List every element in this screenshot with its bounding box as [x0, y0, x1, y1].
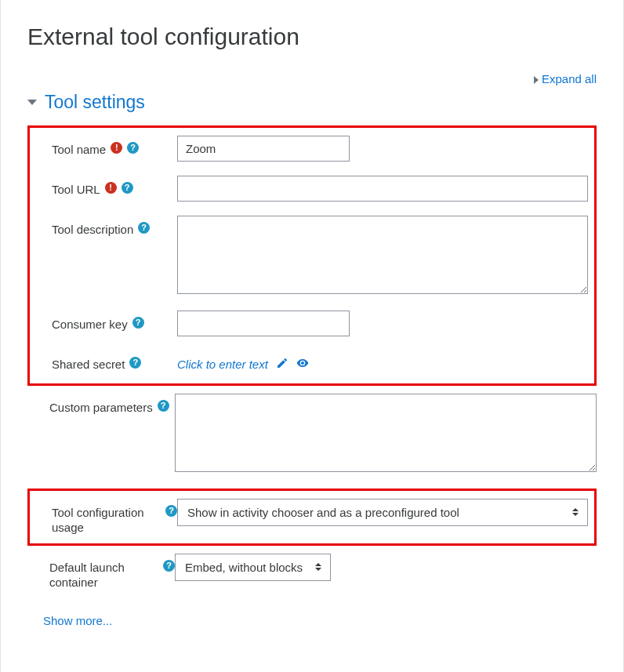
row-custom-parameters: Custom parameters ?	[27, 394, 597, 474]
label-default-launch: Default launch container	[49, 560, 158, 590]
help-icon[interactable]: ?	[158, 400, 169, 412]
row-consumer-key: Consumer key ?	[36, 311, 588, 336]
highlight-box-1: Tool name ! ? Tool URL ! ? Tool descript…	[27, 125, 597, 386]
show-more-link[interactable]: Show more...	[27, 614, 112, 627]
help-icon[interactable]: ?	[165, 505, 177, 517]
row-tool-name: Tool name ! ?	[36, 136, 588, 162]
section-header-tool-settings[interactable]: Tool settings	[27, 92, 597, 113]
required-icon: !	[111, 142, 122, 154]
row-tool-url: Tool URL ! ?	[36, 176, 588, 202]
section-title: Tool settings	[45, 92, 145, 113]
default-launch-select[interactable]: Embed, without blocks	[175, 554, 331, 581]
tool-name-input[interactable]	[177, 136, 350, 162]
required-icon: !	[105, 182, 117, 194]
help-icon[interactable]: ?	[122, 182, 133, 194]
row-shared-secret: Shared secret ? Click to enter text	[36, 351, 588, 372]
expand-all-link[interactable]: Expand all	[534, 72, 597, 85]
tool-description-textarea[interactable]	[177, 216, 588, 294]
help-icon[interactable]: ?	[132, 317, 144, 329]
row-tool-config-usage: Tool configuration usage ? Show in activ…	[36, 499, 588, 536]
shared-secret-link[interactable]: Click to enter text	[177, 351, 309, 372]
caret-down-icon	[27, 100, 37, 105]
help-icon[interactable]: ?	[127, 142, 139, 154]
tool-config-usage-select[interactable]: Show in activity chooser and as a precon…	[177, 499, 588, 526]
label-custom-parameters: Custom parameters	[49, 400, 153, 416]
label-tool-url: Tool URL	[52, 182, 100, 198]
tool-url-input[interactable]	[177, 176, 588, 202]
consumer-key-input[interactable]	[177, 311, 350, 336]
label-consumer-key: Consumer key	[52, 317, 128, 332]
label-shared-secret: Shared secret	[52, 357, 125, 372]
expand-all-label: Expand all	[542, 72, 597, 85]
caret-right-icon	[534, 76, 539, 84]
help-icon[interactable]: ?	[163, 560, 175, 572]
page-title: External tool configuration	[27, 24, 597, 50]
shared-secret-placeholder: Click to enter text	[177, 358, 268, 371]
row-default-launch: Default launch container ? Embed, withou…	[27, 554, 597, 590]
highlight-box-2: Tool configuration usage ? Show in activ…	[27, 489, 597, 546]
label-tool-config-usage: Tool configuration usage	[52, 505, 161, 536]
label-tool-description: Tool description	[52, 222, 133, 238]
help-icon[interactable]: ?	[138, 222, 150, 234]
custom-parameters-textarea[interactable]	[175, 394, 597, 472]
help-icon[interactable]: ?	[129, 357, 141, 369]
label-tool-name: Tool name	[52, 142, 106, 158]
eye-icon	[296, 357, 309, 372]
row-tool-description: Tool description ?	[36, 216, 588, 296]
pencil-icon	[276, 357, 288, 372]
